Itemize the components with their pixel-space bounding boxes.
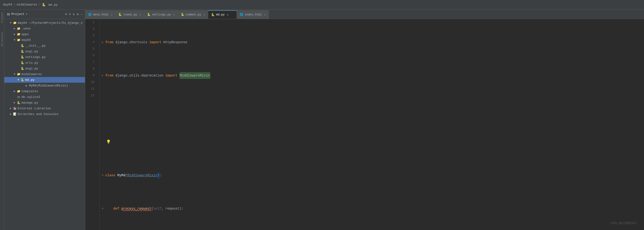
line-num-10: 10: [85, 79, 96, 86]
tab-close-common-py[interactable]: ✕: [204, 13, 205, 16]
expand-arrow: ▶: [13, 27, 16, 30]
expand-arrow: ▶: [13, 32, 16, 36]
folder-icon: 📁: [13, 21, 17, 25]
folder-icon: 📁: [17, 89, 20, 93]
py-file-icon: 🐍: [20, 61, 24, 65]
tab-views-py[interactable]: 🐍 views.py ✕: [116, 10, 144, 19]
class-icon: ◆: [24, 84, 28, 87]
html-icon: 🌐: [88, 13, 92, 16]
expand-arrow: ▶: [13, 90, 16, 93]
tab-label-common-py: common.py: [186, 13, 201, 16]
tab-close-menu-html[interactable]: ✕: [111, 13, 112, 16]
tree-label-mdpy: md.py: [25, 78, 34, 82]
tree-item-mymd-class[interactable]: ◆ MyMd(MiddlewareMixin): [4, 83, 85, 88]
watermark: CSDN @冬日暖阳631: [610, 221, 637, 225]
breadcrumb-day04[interactable]: day04: [3, 3, 12, 6]
tree-item-urls[interactable]: 🐍 urls.py: [4, 60, 85, 66]
sidebar: 🗂 Project ▼ ⊕ ≡ ⇅ ⚙ — ▼ 📁 day04 ~/Pychar…: [4, 9, 85, 230]
vtab-structure[interactable]: Structure: [1, 32, 4, 46]
tree-label-settings: settings.py: [25, 55, 46, 59]
tree-item-day04-root[interactable]: ▼ 📁 day04 ~/PycharmProjects/5x_django_s: [4, 20, 85, 26]
line-num-12: 12: [85, 92, 96, 99]
tab-common-py[interactable]: 🐍 common.py ✕: [178, 10, 208, 19]
sidebar-toolbar: ⊕ ≡ ⇅ ⚙ —: [65, 12, 82, 16]
db-icon: 🗃: [17, 95, 20, 99]
fold-arrow-5: ▼: [102, 172, 104, 179]
tree-item-init[interactable]: 🐍 __init__.py: [4, 43, 85, 48]
fold-arrow-6: ▼: [102, 205, 104, 212]
sort-icon[interactable]: ⇅: [73, 12, 75, 16]
tree-label-day04: day04: [22, 38, 31, 42]
tree-item-middlewares[interactable]: ▼ 📁 middlewares: [4, 71, 85, 77]
line-num-8: 8: [85, 66, 96, 72]
middleware-mixin-highlight: MiddlewareMixin: [180, 72, 210, 79]
expand-arrow: ▶: [9, 107, 12, 110]
expand-arrow: ▼: [13, 72, 16, 76]
fn-process-request: process_request: [121, 205, 151, 212]
tab-close-index-html[interactable]: ✕: [264, 13, 266, 16]
code-line-1: ▶ from django.shortcuts import HttpRespo…: [102, 39, 644, 46]
tab-label-settings-py: settings.py: [152, 13, 171, 16]
locate-icon[interactable]: ⊕: [65, 12, 67, 16]
tree-item-settings[interactable]: 🐍 settings.py: [4, 54, 85, 60]
tree-label-templates: templates: [22, 90, 38, 93]
py-file-icon: 🐍: [17, 101, 20, 105]
tree-item-day04[interactable]: ▼ 📁 day04: [4, 37, 85, 43]
fold-arrow-2: ▶: [102, 72, 104, 79]
tab-index-html[interactable]: 🌐 index.html ✕: [237, 10, 269, 19]
lightbulb-icon: 💡: [106, 139, 111, 145]
tab-md-py[interactable]: 🐍 md.py ✕: [208, 10, 237, 19]
project-tree: ▼ 📁 day04 ~/PycharmProjects/5x_django_s …: [4, 19, 85, 230]
tab-close-views-py[interactable]: ✕: [140, 13, 141, 16]
folder-icon: 📁: [17, 72, 20, 76]
code-line-6: ▼ def process_request(self, reqeust):: [102, 205, 644, 212]
close-sidebar-icon[interactable]: —: [81, 12, 82, 16]
tab-settings-py[interactable]: 🐍 settings.py ✕: [144, 10, 178, 19]
line-num-7: 7: [85, 59, 96, 66]
py-icon: 🐍: [181, 13, 184, 16]
tree-label-init: __init__.py: [25, 44, 46, 47]
tree-label-urls: urls.py: [25, 61, 38, 65]
line-num-3: 3: [85, 32, 96, 39]
code-line-4: 💡: [102, 139, 644, 145]
settings-icon[interactable]: ⚙: [77, 12, 78, 16]
kw-import-1: import: [149, 39, 161, 46]
line-num-1: 1: [85, 19, 96, 26]
tree-item-mdpy[interactable]: ▼ 🐍 md.py: [4, 77, 85, 83]
dropdown-arrow[interactable]: ▼: [26, 13, 28, 16]
tab-label-index-html: index.html: [245, 13, 262, 16]
vertical-tab-bar: Project Structure: [0, 9, 4, 230]
tab-label-md-py: md.py: [216, 13, 225, 16]
code-line-2: ▶ from django.utils.deprecation import M…: [102, 72, 644, 79]
vtab-project[interactable]: Project: [1, 12, 4, 23]
line-num-4: 4: [85, 39, 96, 46]
breadcrumb: day04 > middlewares > 🐍 md.py: [3, 3, 58, 7]
line-num-11: 11: [85, 86, 96, 92]
expand-arrow: ▶: [13, 101, 16, 104]
class-name-mymd: MyMd: [117, 172, 126, 179]
expand-arrow: ▼: [13, 38, 16, 42]
tree-item-asgi[interactable]: 🐍 asgi.py: [4, 48, 85, 54]
expand-arrow: ▼: [17, 78, 20, 81]
tab-close-md-py[interactable]: ✕: [227, 13, 229, 16]
tree-item-dbsqlite[interactable]: 🗃 db.sqlite3: [4, 94, 85, 100]
line-num-6: 6: [85, 52, 96, 59]
tree-label-middlewares: middlewares: [22, 72, 42, 76]
tree-item-venv[interactable]: ▶ 📁 .venv: [4, 26, 85, 31]
tree-item-apps[interactable]: ▶ 📁 apps: [4, 31, 85, 37]
folder-icon: 📁: [17, 38, 20, 42]
tree-item-managepy[interactable]: ▶ 🐍 manage.py: [4, 100, 85, 105]
line-numbers: 1 2 3 4 5 6 7 8 9 10 11 12: [85, 19, 100, 230]
tree-item-wsgi[interactable]: 🐍 wsgi.py: [4, 66, 85, 71]
py-file-icon: 🐍: [20, 78, 24, 82]
code-editor[interactable]: 1 2 3 4 5 6 7 8 9 10 11 12 ▶ from django…: [85, 19, 644, 230]
tab-close-settings-py[interactable]: ✕: [173, 13, 175, 16]
tree-item-templates[interactable]: ▶ 📁 templates: [4, 88, 85, 94]
collapse-all-icon[interactable]: ≡: [69, 12, 71, 16]
py-icon: 🐍: [211, 13, 215, 17]
tree-item-ext-libs[interactable]: ▶ 📚 External Libraries: [4, 105, 85, 111]
tree-item-scratches[interactable]: ▶ 📝 Scratches and Consoles: [4, 111, 85, 117]
tab-menu-html[interactable]: 🌐 menu.html ✕: [85, 10, 116, 19]
code-content[interactable]: ▶ from django.shortcuts import HttpRespo…: [100, 19, 644, 230]
breadcrumb-middlewares[interactable]: middlewares: [17, 3, 37, 6]
